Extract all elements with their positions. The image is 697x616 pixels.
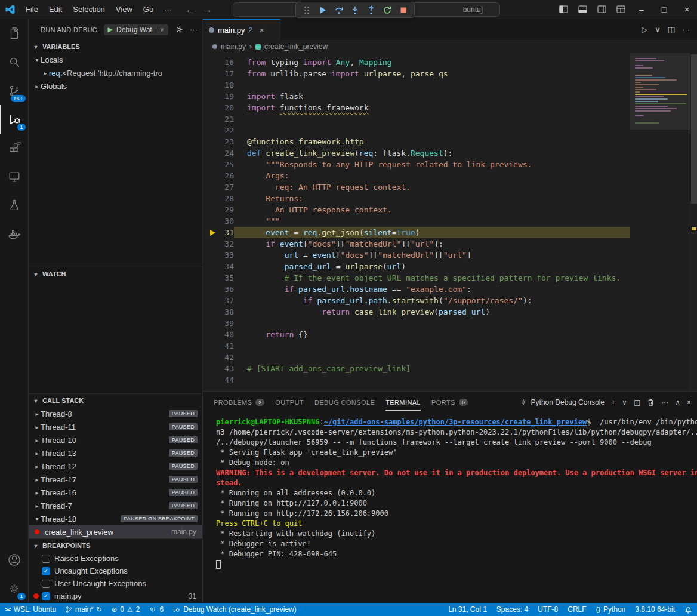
code-line-42[interactable]: 42: [203, 352, 630, 363]
gutter[interactable]: [203, 68, 216, 79]
status-encoding[interactable]: UTF-8: [533, 603, 563, 616]
sidebar-more-icon[interactable]: ···: [190, 25, 198, 34]
status-branch[interactable]: main* ↻: [61, 603, 107, 616]
editor-scrollbar[interactable]: [690, 53, 697, 391]
tab-close-icon[interactable]: ×: [260, 26, 264, 35]
code-line-40[interactable]: 40 return {}: [203, 329, 630, 340]
gutter[interactable]: [203, 147, 216, 159]
breakpoints-header[interactable]: ▾ BREAKPOINTS: [29, 539, 202, 552]
gutter[interactable]: [203, 215, 216, 227]
toggle-sidebar-icon[interactable]: [555, 1, 572, 19]
terminal-dropdown-icon[interactable]: ∨: [622, 398, 627, 406]
activity-search[interactable]: [0, 48, 29, 76]
status-problems[interactable]: ⊘ 0 ⚠ 2: [107, 603, 144, 616]
code-line-37[interactable]: 37 if parsed_url.path.startswith("/suppo…: [203, 295, 630, 306]
toggle-secondary-sidebar-icon[interactable]: [593, 1, 610, 19]
customize-layout-icon[interactable]: [612, 1, 629, 19]
breakpoint-row[interactable]: Raised Exceptions: [29, 552, 202, 565]
breakpoint-checkbox[interactable]: ✓: [42, 567, 50, 575]
activity-source-control[interactable]: 1K+: [0, 76, 29, 105]
code-line-33[interactable]: 33 url = event["docs"]["matchedUrl"]["ur…: [203, 250, 630, 261]
menu-edit[interactable]: Edit: [44, 5, 67, 14]
gutter[interactable]: [203, 79, 216, 91]
panel-more-icon[interactable]: ···: [661, 398, 668, 406]
breadcrumb-file[interactable]: main.py: [221, 42, 246, 51]
callstack-thread[interactable]: ▸Thread-10PAUSED: [29, 433, 202, 446]
status-eol[interactable]: CRLF: [563, 603, 591, 616]
callstack-thread[interactable]: ▾Thread-18PAUSED ON BREAKPOINT: [29, 512, 202, 525]
close-panel-icon[interactable]: ×: [687, 398, 691, 406]
tab-main-py[interactable]: main.py 2 ×: [203, 19, 280, 40]
activity-settings[interactable]: 1: [0, 574, 29, 603]
minimize-button[interactable]: –: [631, 1, 652, 19]
code-editor[interactable]: 16from typing import Any, Mapping17from …: [203, 53, 697, 391]
breakpoint-checkbox[interactable]: ✓: [42, 592, 50, 600]
breakpoint-checkbox[interactable]: [42, 580, 50, 588]
code-line-18[interactable]: 18: [203, 79, 630, 91]
gutter[interactable]: [203, 238, 216, 250]
gutter[interactable]: [203, 363, 216, 374]
debug-continue-button[interactable]: [317, 5, 328, 16]
code-line-36[interactable]: 36 if parsed_url.hostname == "example.co…: [203, 284, 630, 295]
code-line-38[interactable]: 38 return case_link_preview(parsed_url): [203, 306, 630, 318]
terminal[interactable]: pierrick@LAPTOP-HKU5PNNG:~/git/add-ons-s…: [203, 412, 697, 603]
gutter[interactable]: [203, 329, 216, 340]
gutter[interactable]: [203, 374, 216, 386]
code-line-30[interactable]: 30 """: [203, 215, 630, 227]
breakpoint-row[interactable]: ✓Uncaught Exceptions: [29, 565, 202, 577]
status-remote[interactable]: >< WSL: Ubuntu: [0, 603, 61, 616]
minimap[interactable]: [630, 53, 690, 391]
callstack-thread[interactable]: ▸Thread-17PAUSED: [29, 473, 202, 486]
gutter[interactable]: [203, 227, 216, 238]
debug-step-out-button[interactable]: [366, 5, 377, 16]
code-line-23[interactable]: 23@functions_framework.http: [203, 136, 630, 147]
debug-restart-button[interactable]: [382, 5, 393, 16]
gutter[interactable]: [203, 181, 216, 193]
status-indentation[interactable]: Spaces: 4: [492, 603, 533, 616]
status-interpreter[interactable]: 3.8.10 64-bit: [630, 603, 680, 616]
variable-row[interactable]: ▸Globals: [29, 79, 202, 93]
activity-testing[interactable]: [0, 191, 29, 220]
toggle-panel-icon[interactable]: [574, 1, 591, 19]
gutter[interactable]: [203, 318, 216, 329]
breakpoint-row[interactable]: User Uncaught Exceptions: [29, 577, 202, 590]
variables-header[interactable]: ▾ VARIABLES: [29, 40, 202, 53]
scrollbar-thumb[interactable]: [691, 54, 697, 204]
code-line-34[interactable]: 34 parsed_url = urlparse(url): [203, 261, 630, 272]
close-window-button[interactable]: ×: [677, 1, 697, 19]
panel-tab-ports[interactable]: PORTS6: [431, 392, 468, 412]
callstack-thread[interactable]: ▸Thread-7PAUSED: [29, 499, 202, 512]
gutter[interactable]: [203, 159, 216, 170]
panel-tab-problems[interactable]: PROBLEMS2: [214, 392, 264, 412]
gutter[interactable]: [203, 284, 216, 295]
code-line-32[interactable]: 32 if event["docs"]["matchedUrl"]["url"]…: [203, 238, 630, 250]
callstack-thread[interactable]: ▸Thread-8PAUSED: [29, 407, 202, 420]
gutter[interactable]: [203, 261, 216, 272]
breakpoint-checkbox[interactable]: [42, 555, 50, 563]
callstack-thread[interactable]: ▸Thread-11PAUSED: [29, 420, 202, 433]
code-line-19[interactable]: 19import flask: [203, 91, 630, 102]
gutter[interactable]: [203, 125, 216, 136]
gutter[interactable]: [203, 193, 216, 204]
gutter[interactable]: [203, 352, 216, 363]
gutter[interactable]: [203, 170, 216, 181]
code-line-22[interactable]: 22: [203, 125, 630, 136]
gutter[interactable]: [203, 250, 216, 261]
nav-forward-icon[interactable]: →: [203, 4, 212, 14]
status-ports[interactable]: 6: [144, 603, 168, 616]
activity-explorer[interactable]: [0, 19, 29, 48]
menu-view[interactable]: View: [110, 5, 138, 14]
code-line-25[interactable]: 25 """Responds to any HTTP request relat…: [203, 159, 630, 170]
settings-gear-icon[interactable]: [175, 25, 184, 34]
debug-stop-button[interactable]: [398, 5, 409, 16]
code-line-20[interactable]: 20import functions_framework: [203, 102, 630, 113]
code-line-21[interactable]: 21: [203, 113, 630, 125]
gutter[interactable]: [203, 272, 216, 284]
code-line-35[interactable]: 35 # If the event object URL matches a s…: [203, 272, 630, 284]
gutter[interactable]: [203, 102, 216, 113]
breakpoint-row[interactable]: ✓main.py31: [29, 590, 202, 602]
status-notifications[interactable]: [680, 603, 697, 616]
call-stack-header[interactable]: ▾ CALL STACK: [29, 394, 202, 407]
callstack-thread[interactable]: ▸Thread-12PAUSED: [29, 460, 202, 473]
menu-selection[interactable]: Selection: [67, 5, 110, 14]
